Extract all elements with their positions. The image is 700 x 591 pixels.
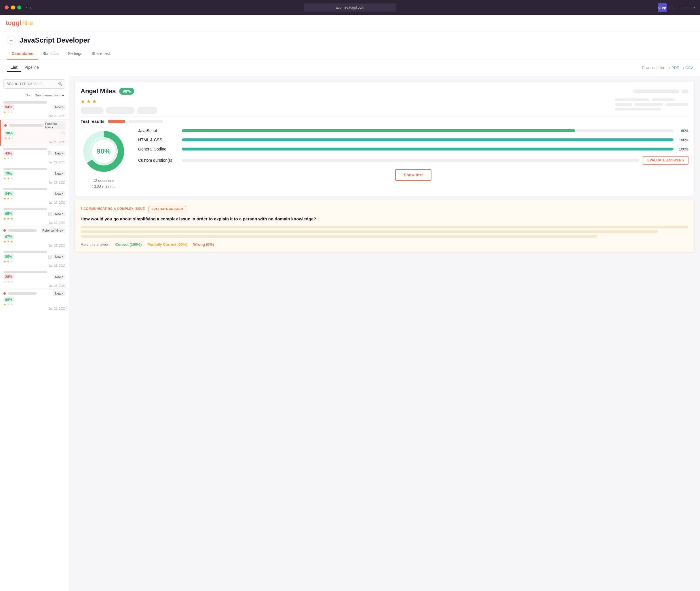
skill-name-html: HTML & CSS <box>138 138 179 142</box>
user-dropdown-icon[interactable]: ▾ <box>694 6 695 9</box>
star-lg-2[interactable]: ★ <box>86 98 91 105</box>
search-icon: 🔍 <box>58 82 62 86</box>
evaluate-answer-button[interactable]: EVALUATE ANSWER <box>148 206 186 212</box>
candidate-date: Jan 26, 2020 <box>3 244 65 247</box>
list-item[interactable]: 84% New ▾ ★ ★ ★ Jan 27, 2020 <box>0 186 69 206</box>
page-header: ← JavaScript Developer Candidates Statis… <box>0 31 700 60</box>
close-button[interactable] <box>5 5 9 9</box>
candidate-date: Jan 27, 2020 <box>3 161 65 164</box>
star-1: ★ <box>3 110 6 114</box>
candidate-score-pill: 90% <box>119 88 134 95</box>
page-tabs: Candidates Statistics Settings Share tes… <box>7 48 693 60</box>
back-button[interactable]: ← <box>7 36 16 45</box>
rating-row: ★ ★ ★ <box>81 98 604 105</box>
download-pdf-button[interactable]: ↓ PDF <box>669 66 679 70</box>
list-item[interactable]: 28% New ▾ ★ ★ ★ Jan 26, 2020 <box>0 269 69 289</box>
tab-statistics[interactable]: Statistics <box>38 48 63 60</box>
list-item[interactable]: 80% 📄 New ▾ ★ ★ ★ Jan 26, 2020 <box>0 249 69 269</box>
answer-line-3 <box>81 235 597 238</box>
window-chrome: ‹ › app.hire.toggl.com drop Noah Taylor … <box>0 0 700 15</box>
rate-correct[interactable]: Correct (100%) <box>115 242 142 247</box>
status-badge: New ▾ <box>53 291 65 296</box>
star-row: ★ ★ ★ <box>3 197 65 201</box>
star-lg-3[interactable]: ★ <box>92 98 97 105</box>
sort-select[interactable]: Date (newest first) <box>34 93 65 97</box>
question-text: How would you go about simplifying a com… <box>81 216 689 222</box>
info-1b <box>652 98 675 101</box>
candidate-name-row: Angel Miles 90% <box>81 87 134 95</box>
search-input[interactable] <box>3 79 65 89</box>
download-label: Download list: <box>642 66 665 70</box>
back-nav-button[interactable]: ‹ <box>26 5 27 10</box>
candidate-name-placeholder <box>8 292 37 294</box>
file-icon: 📄 <box>48 212 52 216</box>
question-label-row: 7.COMMUNICATING A COMPLEX ISSUE EVALUATE… <box>81 206 689 212</box>
skill-row-coding: General Coding 100% <box>138 147 689 151</box>
sidebar: 🔍 Sort: Date (newest first) 54% New ▾ ★ <box>0 76 69 591</box>
star-3: ★ <box>10 260 13 264</box>
star-2: ★ <box>7 156 10 160</box>
rate-partial[interactable]: Partially Correct (50%) <box>147 242 187 247</box>
list-item[interactable]: Potential Hire ▾ 90% 📄 ★ ★ ★ Jan 28, 202… <box>0 120 69 146</box>
score-badge: 95% <box>3 211 14 216</box>
star-3: ★ <box>10 240 13 244</box>
star-2: ★ <box>8 136 11 140</box>
score-badge: 97% <box>3 234 14 240</box>
list-item[interactable]: Potential Hire ▾ 97% ★ ★ ★ Jan 26, 2020 <box>0 226 69 249</box>
star-2: ★ <box>7 217 10 221</box>
action-placeholder-2 <box>682 89 689 93</box>
star-row: ★ ★ ★ <box>3 240 65 244</box>
donut-wrapper: 90% 12 questions 13:23 minutes <box>81 128 127 190</box>
star-row: ★ ★ ★ <box>3 280 65 284</box>
view-pipeline[interactable]: Pipeline <box>21 63 42 72</box>
star-row: ★ ★ ★ <box>4 136 65 140</box>
address-bar: app.hire.toggl.com <box>304 3 396 11</box>
list-item[interactable]: 79% New ▾ ★ ★ ★ Jan 27, 2020 <box>0 166 69 186</box>
avatar-initials: drop <box>658 5 666 9</box>
candidate-date: Jan 26, 2020 <box>3 307 65 310</box>
search-box: 🔍 <box>3 79 65 89</box>
skill-name-coding: General Coding <box>138 147 179 151</box>
candidate-card: Angel Miles 90% ★ ★ ★ <box>75 82 694 196</box>
star-1: ★ <box>3 240 6 244</box>
list-item[interactable]: 54% New ▾ ★ ★ ★ Jan 28, 2020 <box>0 100 69 120</box>
user-area: drop Noah Taylor ▾ <box>658 3 695 12</box>
star-lg-1[interactable]: ★ <box>81 98 85 105</box>
forward-nav-button[interactable]: › <box>29 5 31 10</box>
info-2b <box>634 103 663 106</box>
star-3: ★ <box>10 197 13 201</box>
minimize-button[interactable] <box>11 5 15 9</box>
page-title-row: ← JavaScript Developer <box>7 36 693 45</box>
star-2: ★ <box>7 280 10 284</box>
list-item[interactable]: New ▾ 90% ★ ★ ★ Jan 26, 2020 <box>0 289 69 312</box>
rate-row: Rate this answer: Correct (100%) Partial… <box>81 242 689 247</box>
tab-settings[interactable]: Settings <box>63 48 87 60</box>
score-badge: 54% <box>3 105 14 110</box>
test-status-placeholder <box>129 120 163 123</box>
view-list[interactable]: List <box>7 63 21 72</box>
status-badge: New ▾ <box>53 211 65 216</box>
tab-share-test[interactable]: Share test <box>87 48 115 60</box>
user-avatar: drop <box>658 3 667 12</box>
star-3: ★ <box>10 156 13 160</box>
star-3: ★ <box>10 177 13 180</box>
status-badge: New ▾ <box>53 254 65 259</box>
logo-toggl: toggl <box>6 19 21 27</box>
tab-candidates[interactable]: Candidates <box>7 48 38 60</box>
status-badge: New ▾ <box>53 274 65 279</box>
list-item[interactable]: 95% 📄 New ▾ ★ ★ ★ Jan 27, 2020 <box>0 206 69 226</box>
info-2a <box>615 103 632 106</box>
star-3: ★ <box>10 217 13 221</box>
download-csv-button[interactable]: ↓ CSV <box>683 66 693 70</box>
test-body: 90% 12 questions 13:23 minutes JavaScrip… <box>81 128 689 190</box>
candidate-details: ★ ★ ★ <box>81 98 689 116</box>
app-bar: toggl hire <box>0 15 700 31</box>
evaluate-answers-button[interactable]: EVALUATE ANSWERS <box>643 156 689 165</box>
candidate-date: Jan 27, 2020 <box>3 221 65 224</box>
list-item[interactable]: 43% 📄 New ▾ ★ ★ ★ Jan 27, 2020 <box>0 146 69 166</box>
candidate-date: Jan 26, 2020 <box>3 284 65 287</box>
rate-wrong[interactable]: Wrong (0%) <box>193 242 214 247</box>
skill-fill-html <box>182 138 674 141</box>
maximize-button[interactable] <box>17 5 21 9</box>
show-test-button[interactable]: Show test <box>395 169 432 181</box>
